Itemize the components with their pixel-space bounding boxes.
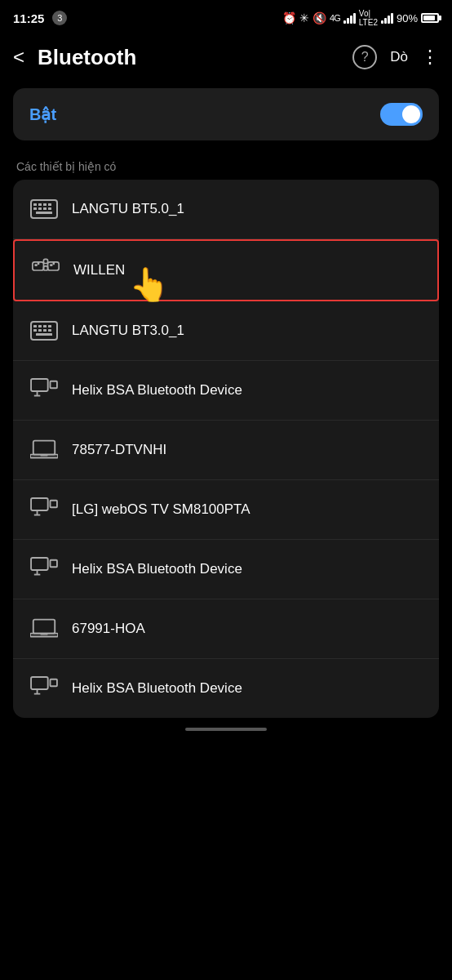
- help-button[interactable]: ?: [352, 45, 377, 69]
- svg-rect-15: [38, 262, 40, 265]
- alarm-icon: ⏰: [282, 11, 296, 24]
- svg-rect-29: [51, 381, 57, 388]
- svg-rect-19: [33, 325, 37, 327]
- signal-icon: 4G: [330, 13, 340, 23]
- svg-rect-21: [43, 325, 47, 327]
- device-item-78577[interactable]: 78577-DTVNHI: [13, 421, 439, 480]
- device-item-willen[interactable]: WILLEN 👆: [13, 239, 439, 301]
- header-actions: ? Dò ⋮: [352, 45, 439, 69]
- svg-rect-1: [33, 203, 37, 206]
- device-name: 78577-DTVNHI: [72, 442, 166, 458]
- svg-rect-32: [33, 441, 55, 455]
- lte-icon: Vo|LTE2: [359, 9, 378, 27]
- device-name: [LG] webOS TV SM8100PTA: [72, 501, 250, 518]
- svg-rect-8: [48, 207, 51, 210]
- signal-bars: [343, 12, 356, 24]
- svg-rect-20: [38, 325, 42, 327]
- svg-rect-45: [40, 634, 47, 635]
- status-time: 11:25: [13, 11, 44, 25]
- svg-rect-43: [33, 620, 55, 634]
- device-item-langtu-bt5[interactable]: LANGTU BT5.0_1: [13, 180, 439, 239]
- svg-rect-25: [43, 329, 47, 332]
- svg-rect-13: [43, 266, 47, 270]
- svg-rect-40: [51, 560, 57, 567]
- svg-rect-6: [38, 207, 42, 210]
- keyboard-icon: [29, 194, 59, 224]
- svg-rect-7: [43, 207, 47, 210]
- mute-icon: 🔇: [312, 11, 326, 24]
- page-title: Bluetooth: [38, 45, 346, 70]
- svg-rect-4: [48, 203, 51, 206]
- keyboard-icon-2: [29, 316, 59, 345]
- svg-rect-16: [50, 264, 52, 266]
- status-icons: ⏰ ✳ 🔇 4G Vo|LTE2 90%: [282, 9, 439, 27]
- svg-rect-9: [36, 212, 52, 214]
- svg-rect-46: [31, 677, 48, 689]
- device-name: LANGTU BT5.0_1: [72, 201, 184, 217]
- svg-rect-26: [48, 329, 51, 332]
- back-button[interactable]: <: [13, 42, 31, 72]
- device-item-helix-2[interactable]: Helix BSA Bluetooth Device: [13, 540, 439, 599]
- bluetooth-toggle-section: Bật: [13, 88, 439, 140]
- svg-rect-22: [48, 325, 51, 327]
- toggle-label: Bật: [29, 105, 56, 124]
- cursor-hand-icon: 👆: [129, 265, 170, 304]
- svg-rect-35: [31, 498, 48, 510]
- signal-bars-2: [381, 12, 393, 24]
- page-header: < Bluetooth ? Dò ⋮: [0, 33, 452, 82]
- monitor-icon: [29, 376, 59, 405]
- status-bar: 11:25 3 ⏰ ✳ 🔇 4G Vo|LTE2 90%: [0, 0, 452, 33]
- device-name: Helix BSA Bluetooth Device: [72, 382, 242, 399]
- scroll-indicator: [185, 728, 267, 731]
- device-name: Helix BSA Bluetooth Device: [72, 680, 242, 697]
- svg-rect-5: [33, 207, 37, 210]
- monitor-icon-3: [29, 555, 59, 584]
- svg-rect-12: [43, 259, 47, 263]
- svg-rect-23: [33, 329, 37, 332]
- bluetooth-icon: ✳: [299, 11, 309, 24]
- battery-icon: [421, 13, 439, 23]
- notification-badge: 3: [52, 11, 67, 25]
- svg-rect-17: [53, 262, 55, 265]
- scan-button[interactable]: Dò: [390, 49, 408, 65]
- monitor-icon-2: [29, 495, 59, 524]
- svg-rect-28: [31, 379, 48, 391]
- monitor-icon-4: [29, 674, 59, 703]
- device-name: Helix BSA Bluetooth Device: [72, 561, 242, 577]
- more-options-button[interactable]: ⋮: [421, 47, 439, 68]
- device-name: WILLEN: [73, 262, 125, 278]
- svg-rect-24: [38, 329, 42, 332]
- svg-rect-47: [51, 679, 57, 686]
- available-devices-label: Các thiết bị hiện có: [0, 147, 452, 180]
- gamepad-icon: [31, 256, 60, 285]
- svg-rect-3: [43, 203, 47, 206]
- svg-rect-27: [36, 333, 52, 336]
- device-name: LANGTU BT3.0_1: [72, 323, 184, 339]
- battery-percent: 90%: [397, 12, 418, 24]
- device-item-langtu-bt3[interactable]: LANGTU BT3.0_1: [13, 301, 439, 361]
- svg-rect-36: [51, 501, 57, 507]
- device-item-67991[interactable]: 67991-HOA: [13, 599, 439, 659]
- svg-rect-39: [31, 558, 48, 570]
- laptop-icon-2: [29, 614, 59, 644]
- device-item-lg-tv[interactable]: [LG] webOS TV SM8100PTA: [13, 480, 439, 540]
- device-item-helix-1[interactable]: Helix BSA Bluetooth Device: [13, 361, 439, 421]
- device-name: 67991-HOA: [72, 621, 145, 637]
- bluetooth-toggle[interactable]: [380, 103, 423, 126]
- svg-rect-34: [40, 455, 47, 457]
- svg-rect-2: [38, 203, 42, 206]
- device-list: LANGTU BT5.0_1 WILLEN 👆: [13, 180, 439, 718]
- svg-rect-14: [34, 264, 37, 266]
- laptop-icon: [29, 435, 59, 465]
- device-item-helix-3[interactable]: Helix BSA Bluetooth Device: [13, 659, 439, 718]
